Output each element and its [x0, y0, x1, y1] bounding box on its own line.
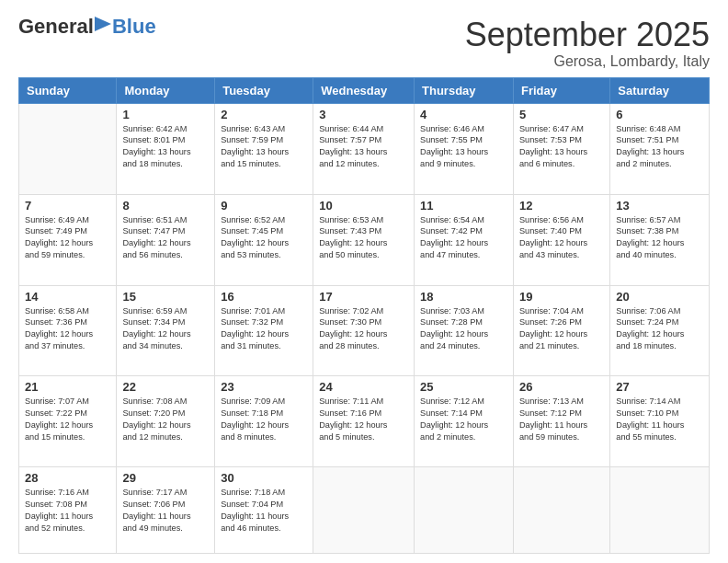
calendar-cell: 7Sunrise: 6:49 AM Sunset: 7:49 PM Daylig… — [19, 194, 117, 285]
day-number: 21 — [25, 380, 110, 394]
day-info: Sunrise: 6:51 AM Sunset: 7:47 PM Dayligh… — [122, 214, 209, 262]
calendar-cell: 2Sunrise: 6:43 AM Sunset: 7:59 PM Daylig… — [215, 103, 313, 194]
day-number: 14 — [25, 290, 110, 304]
calendar-cell: 15Sunrise: 6:59 AM Sunset: 7:34 PM Dayli… — [117, 285, 215, 376]
calendar-cell: 30Sunrise: 7:18 AM Sunset: 7:04 PM Dayli… — [215, 467, 313, 554]
day-info: Sunrise: 7:11 AM Sunset: 7:16 PM Dayligh… — [319, 396, 408, 443]
calendar-cell: 21Sunrise: 7:07 AM Sunset: 7:22 PM Dayli… — [19, 376, 117, 467]
weekday-sunday: Sunday — [19, 77, 117, 103]
calendar-cell: 25Sunrise: 7:12 AM Sunset: 7:14 PM Dayli… — [415, 376, 514, 467]
location: Gerosa, Lombardy, Italy — [465, 53, 710, 70]
logo: General Blue — [18, 17, 156, 37]
day-number: 12 — [519, 199, 604, 213]
calendar-cell: 3Sunrise: 6:44 AM Sunset: 7:57 PM Daylig… — [313, 103, 415, 194]
day-info: Sunrise: 6:56 AM Sunset: 7:40 PM Dayligh… — [519, 214, 604, 262]
calendar-cell: 26Sunrise: 7:13 AM Sunset: 7:12 PM Dayli… — [513, 376, 609, 467]
calendar-cell: 18Sunrise: 7:03 AM Sunset: 7:28 PM Dayli… — [415, 285, 514, 376]
calendar-cell: 1Sunrise: 6:42 AM Sunset: 8:01 PM Daylig… — [117, 103, 215, 194]
day-info: Sunrise: 7:08 AM Sunset: 7:20 PM Dayligh… — [122, 396, 209, 443]
weekday-thursday: Thursday — [415, 77, 514, 103]
calendar: SundayMondayTuesdayWednesdayThursdayFrid… — [18, 77, 710, 554]
weekday-friday: Friday — [513, 77, 609, 103]
calendar-cell: 13Sunrise: 6:57 AM Sunset: 7:38 PM Dayli… — [610, 194, 710, 285]
day-info: Sunrise: 6:47 AM Sunset: 7:53 PM Dayligh… — [519, 123, 604, 171]
calendar-cell: 29Sunrise: 7:17 AM Sunset: 7:06 PM Dayli… — [117, 467, 215, 554]
weekday-tuesday: Tuesday — [215, 77, 313, 103]
logo-blue-text: Blue — [112, 17, 156, 37]
calendar-cell: 24Sunrise: 7:11 AM Sunset: 7:16 PM Dayli… — [313, 376, 415, 467]
day-info: Sunrise: 7:02 AM Sunset: 7:30 PM Dayligh… — [319, 305, 408, 353]
day-number: 13 — [616, 199, 703, 213]
calendar-cell: 23Sunrise: 7:09 AM Sunset: 7:18 PM Dayli… — [215, 376, 313, 467]
logo-general-text: General — [18, 17, 94, 37]
day-info: Sunrise: 7:09 AM Sunset: 7:18 PM Dayligh… — [221, 396, 307, 443]
day-number: 11 — [420, 199, 507, 213]
day-info: Sunrise: 7:16 AM Sunset: 7:08 PM Dayligh… — [25, 487, 110, 534]
day-info: Sunrise: 6:46 AM Sunset: 7:55 PM Dayligh… — [420, 123, 507, 171]
calendar-cell: 11Sunrise: 6:54 AM Sunset: 7:42 PM Dayli… — [415, 194, 514, 285]
day-info: Sunrise: 7:03 AM Sunset: 7:28 PM Dayligh… — [420, 305, 507, 353]
month-title: September 2025 — [465, 17, 710, 53]
day-info: Sunrise: 7:14 AM Sunset: 7:10 PM Dayligh… — [616, 396, 703, 443]
calendar-cell: 10Sunrise: 6:53 AM Sunset: 7:43 PM Dayli… — [313, 194, 415, 285]
day-info: Sunrise: 7:07 AM Sunset: 7:22 PM Dayligh… — [25, 396, 110, 443]
day-number: 29 — [122, 471, 209, 485]
calendar-cell — [513, 467, 609, 554]
day-number: 16 — [221, 290, 307, 304]
day-number: 4 — [420, 108, 507, 121]
day-info: Sunrise: 6:44 AM Sunset: 7:57 PM Dayligh… — [319, 123, 408, 171]
calendar-cell: 17Sunrise: 7:02 AM Sunset: 7:30 PM Dayli… — [313, 285, 415, 376]
day-number: 8 — [122, 199, 209, 213]
day-number: 10 — [319, 199, 408, 213]
calendar-cell: 14Sunrise: 6:58 AM Sunset: 7:36 PM Dayli… — [19, 285, 117, 376]
day-info: Sunrise: 7:17 AM Sunset: 7:06 PM Dayligh… — [122, 487, 209, 534]
day-number: 27 — [616, 380, 703, 394]
day-number: 17 — [319, 290, 408, 304]
day-number: 28 — [25, 471, 110, 485]
weekday-saturday: Saturday — [610, 77, 710, 103]
day-info: Sunrise: 6:52 AM Sunset: 7:45 PM Dayligh… — [221, 214, 307, 262]
day-info: Sunrise: 7:13 AM Sunset: 7:12 PM Dayligh… — [519, 396, 604, 443]
calendar-cell — [415, 467, 514, 554]
weekday-wednesday: Wednesday — [313, 77, 415, 103]
calendar-cell: 27Sunrise: 7:14 AM Sunset: 7:10 PM Dayli… — [610, 376, 710, 467]
day-number: 30 — [221, 471, 307, 485]
calendar-cell: 28Sunrise: 7:16 AM Sunset: 7:08 PM Dayli… — [19, 467, 117, 554]
day-info: Sunrise: 6:48 AM Sunset: 7:51 PM Dayligh… — [616, 123, 703, 171]
day-number: 1 — [122, 108, 209, 121]
calendar-cell: 16Sunrise: 7:01 AM Sunset: 7:32 PM Dayli… — [215, 285, 313, 376]
title-block: September 2025 Gerosa, Lombardy, Italy — [465, 17, 710, 70]
calendar-cell: 4Sunrise: 6:46 AM Sunset: 7:55 PM Daylig… — [415, 103, 514, 194]
day-number: 7 — [25, 199, 110, 213]
day-info: Sunrise: 6:42 AM Sunset: 8:01 PM Dayligh… — [122, 123, 209, 171]
day-number: 18 — [420, 290, 507, 304]
day-number: 25 — [420, 380, 507, 394]
day-info: Sunrise: 7:06 AM Sunset: 7:24 PM Dayligh… — [616, 305, 703, 353]
day-number: 23 — [221, 380, 307, 394]
day-number: 15 — [122, 290, 209, 304]
day-info: Sunrise: 6:59 AM Sunset: 7:34 PM Dayligh… — [122, 305, 209, 353]
day-number: 9 — [221, 199, 307, 213]
day-info: Sunrise: 6:57 AM Sunset: 7:38 PM Dayligh… — [616, 214, 703, 262]
day-number: 26 — [519, 380, 604, 394]
day-number: 6 — [616, 108, 703, 121]
calendar-cell — [313, 467, 415, 554]
calendar-cell: 9Sunrise: 6:52 AM Sunset: 7:45 PM Daylig… — [215, 194, 313, 285]
day-info: Sunrise: 6:53 AM Sunset: 7:43 PM Dayligh… — [319, 214, 408, 262]
calendar-cell: 20Sunrise: 7:06 AM Sunset: 7:24 PM Dayli… — [610, 285, 710, 376]
header: General Blue September 2025 Gerosa, Lomb… — [18, 17, 710, 70]
calendar-cell: 5Sunrise: 6:47 AM Sunset: 7:53 PM Daylig… — [513, 103, 609, 194]
day-info: Sunrise: 6:54 AM Sunset: 7:42 PM Dayligh… — [420, 214, 507, 262]
day-number: 19 — [519, 290, 604, 304]
calendar-cell: 6Sunrise: 6:48 AM Sunset: 7:51 PM Daylig… — [610, 103, 710, 194]
calendar-cell: 19Sunrise: 7:04 AM Sunset: 7:26 PM Dayli… — [513, 285, 609, 376]
day-number: 20 — [616, 290, 703, 304]
calendar-cell — [19, 103, 117, 194]
calendar-cell: 12Sunrise: 6:56 AM Sunset: 7:40 PM Dayli… — [513, 194, 609, 285]
logo-flag-icon — [95, 17, 111, 37]
svg-marker-0 — [95, 17, 111, 31]
day-number: 22 — [122, 380, 209, 394]
weekday-header-row: SundayMondayTuesdayWednesdayThursdayFrid… — [19, 77, 710, 103]
day-number: 5 — [519, 108, 604, 121]
calendar-cell: 22Sunrise: 7:08 AM Sunset: 7:20 PM Dayli… — [117, 376, 215, 467]
